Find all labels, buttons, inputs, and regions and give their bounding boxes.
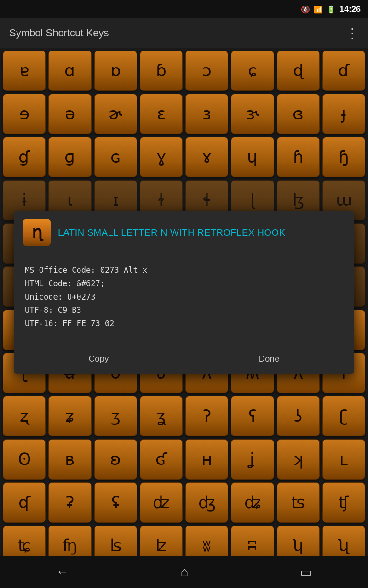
status-time: 14:26 (339, 5, 361, 14)
key-btn[interactable]: ɤ (185, 137, 228, 177)
key-btn[interactable]: ɐ (3, 51, 46, 91)
key-btn[interactable]: ʢ (94, 482, 137, 523)
key-btn[interactable]: ʘ (3, 439, 46, 480)
key-btn[interactable]: ɣ (140, 137, 183, 177)
app-bar: Symbol Shortcut Keys ⋮ (0, 18, 368, 48)
recents-button[interactable]: ▭ (300, 565, 312, 580)
bottom-nav: ← ⌂ ▭ (0, 556, 368, 588)
key-btn[interactable]: ɓ (140, 51, 183, 91)
key-btn[interactable]: ʜ (185, 439, 228, 480)
key-btn[interactable]: ʑ (48, 396, 91, 436)
key-btn[interactable]: ɖ (277, 51, 320, 91)
status-bar: 🔇 📶 🔋 14:26 (0, 0, 368, 18)
wifi-icon: 📶 (314, 5, 323, 14)
key-btn[interactable]: ʦ (277, 482, 320, 523)
modal-line-1: MS Office Code: 0273 Alt x (25, 264, 343, 277)
app-title: Symbol Shortcut Keys (9, 27, 109, 39)
key-btn[interactable]: ʕ (231, 396, 274, 436)
key-btn[interactable]: ʗ (322, 396, 365, 436)
key-btn[interactable]: ɔ (185, 51, 228, 91)
key-btn[interactable]: ʠ (3, 482, 46, 523)
key-btn[interactable]: ʔ (185, 396, 228, 436)
modal-line-3: Unicode: U+0273 (25, 290, 343, 304)
key-btn[interactable]: ɧ (322, 137, 365, 177)
key-btn[interactable]: ɘ (3, 94, 46, 134)
key-btn[interactable]: ʐ (3, 396, 46, 436)
key-btn[interactable]: ʥ (231, 482, 274, 523)
key-btn[interactable]: ʟ (322, 439, 365, 480)
modal-actions: Copy Done (14, 344, 354, 374)
key-btn[interactable]: ɥ (231, 137, 274, 177)
key-btn[interactable]: ʛ (140, 439, 183, 480)
done-button[interactable]: Done (184, 344, 355, 374)
key-btn[interactable]: ɡ (48, 137, 91, 177)
key-btn[interactable]: ɦ (277, 137, 320, 177)
key-btn[interactable]: ʓ (140, 396, 183, 436)
overflow-menu-icon[interactable]: ⋮ (346, 26, 359, 41)
key-btn[interactable]: ʣ (140, 482, 183, 523)
key-btn[interactable]: ʖ (277, 396, 320, 436)
key-btn[interactable]: ɚ (94, 94, 137, 134)
key-btn[interactable]: ɝ (231, 94, 274, 134)
key-btn[interactable]: ʚ (94, 439, 137, 480)
status-icons: 🔇 📶 🔋 14:26 (301, 5, 361, 14)
key-btn[interactable]: ɟ (322, 94, 365, 134)
key-btn[interactable]: ʧ (322, 482, 365, 523)
key-btn[interactable]: ɢ (94, 137, 137, 177)
key-btn[interactable]: ʙ (48, 439, 91, 480)
key-btn[interactable]: ɗ (322, 51, 365, 91)
key-btn[interactable]: ʒ (94, 396, 137, 436)
key-btn[interactable]: ɒ (94, 51, 137, 91)
key-btn[interactable]: ʞ (277, 439, 320, 480)
key-btn[interactable]: ɑ (48, 51, 91, 91)
modal-line-2: HTML Code: &#627; (25, 277, 343, 290)
back-button[interactable]: ← (56, 565, 69, 579)
modal-title: LATIN SMALL LETTER N WITH RETROFLEX HOOK (58, 227, 286, 238)
modal-body: MS Office Code: 0273 Alt x HTML Code: &#… (14, 254, 354, 339)
key-btn[interactable]: ʡ (48, 482, 91, 523)
modal-header: ɳ LATIN SMALL LETTER N WITH RETROFLEX HO… (14, 211, 354, 254)
key-btn[interactable]: ʤ (185, 482, 228, 523)
battery-icon: 🔋 (327, 5, 336, 14)
key-btn[interactable]: ɞ (277, 94, 320, 134)
mute-icon: 🔇 (301, 5, 310, 14)
key-btn[interactable]: ɠ (3, 137, 46, 177)
key-btn[interactable]: ʝ (231, 439, 274, 480)
modal-line-4: UTF-8: C9 B3 (25, 304, 343, 317)
home-button[interactable]: ⌂ (181, 565, 189, 579)
key-btn[interactable]: ə (48, 94, 91, 134)
modal-line-5: UTF-16: FF FE 73 02 (25, 317, 343, 330)
key-btn[interactable]: ɕ (231, 51, 274, 91)
key-btn[interactable]: ɛ (140, 94, 183, 134)
copy-button[interactable]: Copy (14, 344, 184, 374)
symbol-detail-modal: ɳ LATIN SMALL LETTER N WITH RETROFLEX HO… (14, 211, 354, 374)
key-btn[interactable]: ɜ (185, 94, 228, 134)
modal-symbol-icon: ɳ (23, 219, 51, 246)
